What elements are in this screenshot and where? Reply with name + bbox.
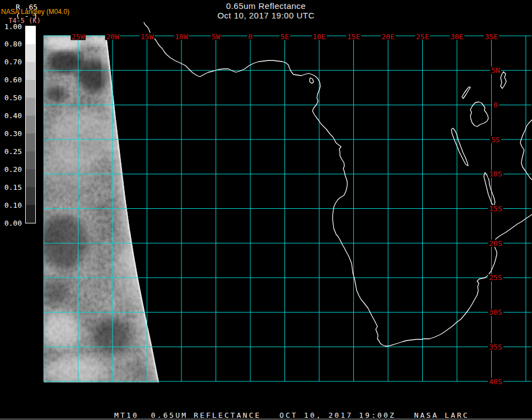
colorbar-segment bbox=[26, 133, 35, 152]
colorbar-tick-label: 0.25 bbox=[4, 147, 22, 156]
map-canvas: 25W20W15W10W5W05E10E15E20E25E30E35E5N05S… bbox=[0, 0, 532, 420]
secondary-product-label: T4-5 (K) bbox=[8, 17, 41, 25]
colorbar-segment bbox=[26, 62, 35, 81]
colorbar-segment bbox=[26, 44, 35, 63]
colorbar-tick-label: 0.00 bbox=[4, 219, 22, 227]
colorbar-tick-label: 0.20 bbox=[4, 165, 22, 174]
lon-label: 25E bbox=[416, 32, 429, 41]
lon-label: 5E bbox=[281, 32, 290, 41]
satellite-product-image: 25W20W15W10W5W05E10E15E20E25E30E35E5N05S… bbox=[0, 0, 532, 420]
dark-patch bbox=[45, 87, 67, 101]
lat-label: 10S bbox=[489, 170, 502, 178]
colorbar-segment bbox=[26, 116, 35, 134]
lat-label: 40S bbox=[489, 377, 502, 386]
product-datetime: Oct 10, 2017 19:00 UTC bbox=[0, 11, 532, 20]
lon-label: 20W bbox=[106, 32, 119, 41]
lat-label: 5N bbox=[491, 66, 500, 74]
lon-label: 10E bbox=[312, 32, 325, 41]
lat-label: 30S bbox=[489, 308, 502, 316]
colorbar-tick-label: 0.50 bbox=[4, 94, 22, 102]
lat-label: 15S bbox=[489, 204, 502, 213]
lon-label: 5W bbox=[212, 32, 221, 41]
lat-label: 35S bbox=[489, 343, 502, 351]
colorbar-segment bbox=[26, 80, 35, 99]
colorbar-segment bbox=[26, 151, 35, 170]
colorbar-tick-label: 0.70 bbox=[4, 58, 22, 66]
lon-label: 20E bbox=[381, 32, 394, 41]
colorbar-segment bbox=[26, 98, 35, 116]
lat-label: 20S bbox=[489, 239, 502, 248]
colorbar-tick-label: 0.40 bbox=[4, 111, 22, 120]
colorbar-segment bbox=[26, 26, 35, 45]
lon-label: 15E bbox=[347, 32, 360, 41]
lon-label: 25W bbox=[72, 32, 85, 41]
lon-label: 35E bbox=[485, 32, 498, 41]
product-title: 0.65um Reflectance bbox=[0, 1, 532, 11]
lat-label: 5S bbox=[491, 136, 500, 144]
colorbar-segment bbox=[26, 205, 35, 223]
lon-label: 30E bbox=[450, 32, 463, 41]
lat-label: 0 bbox=[493, 101, 498, 109]
dark-patch bbox=[41, 215, 88, 269]
colorbar-tick-label: 0.15 bbox=[4, 183, 22, 192]
lon-label: 0 bbox=[248, 32, 253, 41]
colorbar-tick-label: 0.80 bbox=[4, 40, 22, 48]
cloud-bright bbox=[42, 312, 81, 348]
lat-label: 25S bbox=[489, 273, 502, 282]
colorbar-segment bbox=[26, 169, 35, 188]
cloud-bright bbox=[45, 356, 106, 385]
cloud-field bbox=[41, 151, 91, 190]
colorbar-tick-label: 0.30 bbox=[4, 129, 22, 138]
colorbar-segment bbox=[26, 187, 35, 206]
lon-label: 10W bbox=[175, 32, 188, 41]
lon-label: 15W bbox=[141, 32, 154, 41]
dark-patch bbox=[92, 318, 132, 354]
colorbar-tick-label: 0.10 bbox=[4, 201, 22, 209]
colorbar-tick-label: 0.60 bbox=[4, 76, 22, 84]
